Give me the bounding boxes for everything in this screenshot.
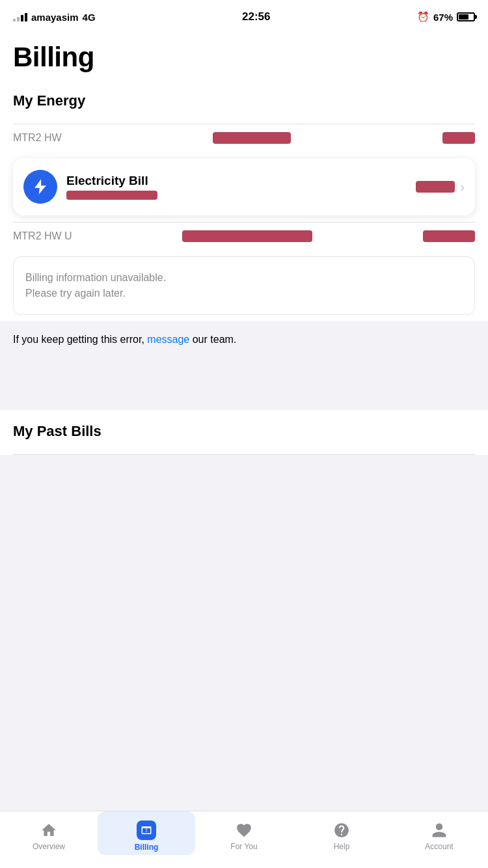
bill-subtitle-redacted <box>66 191 157 200</box>
electricity-bill-card[interactable]: Electricity Bill › <box>13 158 475 215</box>
overview-label: Overview <box>33 842 65 851</box>
account-label-1: MTR2 HW <box>13 132 62 144</box>
nav-overview[interactable]: Overview <box>0 811 98 855</box>
signal-icon <box>13 12 27 21</box>
status-bar: amayasim 4G 22:56 ⏰ 67% <box>0 0 488 29</box>
chevron-right-icon: › <box>460 180 465 195</box>
bill-amount-redacted <box>416 181 455 193</box>
for-you-label: For You <box>230 842 257 851</box>
nav-help[interactable]: Help <box>293 811 390 855</box>
billing-label: Billing <box>135 843 159 852</box>
nav-for-you[interactable]: For You <box>195 811 293 855</box>
battery-percent: 67% <box>433 12 453 23</box>
network-type: 4G <box>83 12 96 23</box>
past-bills-section: My Past Bills <box>0 410 488 454</box>
help-label: Help <box>334 842 350 851</box>
annotation-area <box>0 358 488 410</box>
my-energy-section: My Energy <box>0 79 488 124</box>
lightning-bolt-icon <box>31 178 49 196</box>
alarm-icon: ⏰ <box>417 11 429 23</box>
home-icon <box>40 821 58 839</box>
heart-icon <box>235 821 253 839</box>
page-title: Billing <box>13 42 475 73</box>
past-bills-title: My Past Bills <box>13 423 475 440</box>
redacted-account2 <box>182 230 312 242</box>
error-message-row: If you keep getting this error, message … <box>0 321 488 358</box>
redacted-account1-right <box>442 132 475 144</box>
electricity-icon <box>23 170 57 204</box>
redacted-account1 <box>213 132 291 144</box>
account-label-2: MTR2 HW U <box>13 230 72 242</box>
nav-account[interactable]: Account <box>390 811 488 855</box>
my-energy-title: My Energy <box>13 92 475 109</box>
error-message-text: If you keep getting this error, message … <box>13 332 475 347</box>
bill-amount-area: › <box>416 180 465 195</box>
person-icon <box>430 821 448 839</box>
bill-title: Electricity Bill <box>66 174 407 188</box>
redacted-account2-right <box>423 230 475 242</box>
billing-badge <box>137 821 156 840</box>
page-header: Billing <box>0 29 488 79</box>
account-row-2: MTR2 HW U <box>0 223 488 250</box>
bottom-nav: Overview Billing For You Help <box>0 811 488 868</box>
error-text: Billing information unavailable.Please t… <box>25 270 463 301</box>
error-card: Billing information unavailable.Please t… <box>13 256 475 315</box>
battery-icon <box>457 12 475 21</box>
account-row-1: MTR2 HW <box>0 124 488 152</box>
status-carrier: amayasim 4G <box>13 12 96 23</box>
message-link[interactable]: message <box>147 334 189 345</box>
bill-info: Electricity Bill <box>66 174 407 200</box>
status-time: 22:56 <box>242 10 270 23</box>
help-icon <box>332 821 351 839</box>
status-battery: ⏰ 67% <box>417 11 475 23</box>
nav-billing[interactable]: Billing <box>98 811 195 855</box>
carrier-name: amayasim <box>31 12 79 23</box>
account-label: Account <box>425 842 453 851</box>
